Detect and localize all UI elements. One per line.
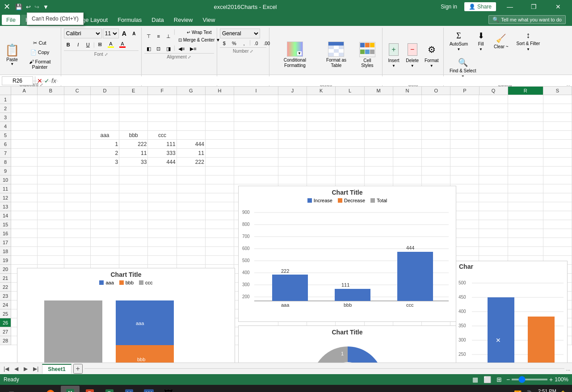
- cell-D19[interactable]: [91, 256, 119, 265]
- menu-review[interactable]: Review: [169, 15, 198, 25]
- align-middle-button[interactable]: ≡: [154, 29, 163, 44]
- cell-J2[interactable]: [278, 104, 307, 113]
- font-size-select[interactable]: 11: [103, 29, 119, 38]
- cell-D10[interactable]: [91, 175, 119, 184]
- cell-F17[interactable]: [148, 238, 177, 247]
- menu-search[interactable]: 🔍 Tell me what you want to do: [488, 15, 566, 24]
- cell-R12[interactable]: [508, 193, 543, 202]
- font-name-select[interactable]: Calibri: [64, 29, 102, 38]
- cell-E16[interactable]: [119, 229, 148, 238]
- row-num-1[interactable]: 1: [0, 95, 11, 104]
- sheet-nav-prev[interactable]: ◀: [13, 365, 20, 373]
- cell-F1[interactable]: [148, 95, 177, 104]
- cell-E18[interactable]: [119, 247, 148, 256]
- cell-E14[interactable]: [119, 211, 148, 220]
- cell-D5[interactable]: aaa: [91, 131, 119, 140]
- cell-D9[interactable]: [91, 167, 119, 175]
- zoom-out-button[interactable]: −: [506, 376, 510, 383]
- menu-formulas[interactable]: Formulas: [113, 15, 146, 25]
- cell-E15[interactable]: [119, 220, 148, 229]
- col-header-H[interactable]: H: [206, 87, 234, 95]
- cell-Q12[interactable]: [479, 193, 508, 202]
- cell-Q2[interactable]: [479, 104, 508, 113]
- cell-K1[interactable]: [307, 95, 336, 104]
- formula-input[interactable]: [58, 76, 570, 85]
- menu-file[interactable]: File: [2, 15, 20, 25]
- font-color-button[interactable]: A: [117, 40, 128, 49]
- cell-B1[interactable]: [38, 95, 64, 104]
- cell-A18[interactable]: [11, 247, 38, 256]
- cell-C2[interactable]: [64, 104, 91, 113]
- col-header-I[interactable]: I: [234, 87, 278, 95]
- cell-H14[interactable]: [206, 211, 234, 220]
- chart4-container[interactable]: Char 500 450 400 350 300 250 200 150: [456, 261, 568, 363]
- cell-J1[interactable]: [278, 95, 307, 104]
- cell-C16[interactable]: [64, 229, 91, 238]
- formula-confirm-icon[interactable]: ✓: [44, 77, 50, 84]
- cell-I2[interactable]: [234, 104, 278, 113]
- cell-E17[interactable]: [119, 238, 148, 247]
- cell-G11[interactable]: [177, 184, 206, 193]
- cell-G17[interactable]: [177, 238, 206, 247]
- col-header-D[interactable]: D: [91, 87, 119, 95]
- cell-Q10[interactable]: [479, 175, 508, 184]
- notification-icon[interactable]: 🔔: [559, 390, 567, 392]
- cell-D6[interactable]: 1: [91, 140, 119, 149]
- cell-styles-button[interactable]: Cell Styles: [355, 40, 379, 70]
- cell-G2[interactable]: [177, 104, 206, 113]
- cell-K2[interactable]: [307, 104, 336, 113]
- cell-A14[interactable]: [11, 211, 38, 220]
- cell-E6[interactable]: 222: [119, 140, 148, 149]
- corner-cell[interactable]: [0, 87, 11, 95]
- cell-B16[interactable]: [38, 229, 64, 238]
- cell-S10[interactable]: [543, 175, 572, 184]
- cell-C11[interactable]: [64, 184, 91, 193]
- col-header-M[interactable]: M: [365, 87, 393, 95]
- taskbar-app-excel[interactable]: X: [61, 386, 80, 392]
- cell-L10[interactable]: [336, 175, 364, 184]
- cell-F19[interactable]: [148, 256, 177, 265]
- cell-S9[interactable]: [543, 167, 572, 175]
- cell-S12[interactable]: [543, 193, 572, 202]
- align-center-button[interactable]: ⊡: [154, 45, 163, 53]
- cell-C9[interactable]: [64, 167, 91, 175]
- col-header-P[interactable]: P: [450, 87, 479, 95]
- cell-F5[interactable]: ccc: [148, 131, 177, 140]
- formula-cancel-icon[interactable]: ✕: [37, 77, 42, 84]
- cell-D2[interactable]: [91, 104, 119, 113]
- cell-A16[interactable]: [11, 229, 38, 238]
- cell-Q11[interactable]: [479, 184, 508, 193]
- border-button[interactable]: ⊞: [96, 40, 105, 49]
- cell-A10[interactable]: [11, 175, 38, 184]
- cell-S11[interactable]: [543, 184, 572, 193]
- cell-B13[interactable]: [38, 202, 64, 211]
- cell-D16[interactable]: [91, 229, 119, 238]
- cell-G7[interactable]: 11: [177, 149, 206, 158]
- cell-G9[interactable]: [177, 167, 206, 175]
- cell-C13[interactable]: [64, 202, 91, 211]
- paste-button[interactable]: 📋 Paste ▼: [4, 29, 21, 81]
- cell-F7[interactable]: 333: [148, 149, 177, 158]
- cell-S17[interactable]: [543, 238, 572, 247]
- col-header-A[interactable]: A: [11, 87, 38, 95]
- taskbar-app-project[interactable]: P: [100, 386, 119, 392]
- col-header-K[interactable]: K: [307, 87, 336, 95]
- autosum-button[interactable]: Σ AutoSum ▼: [446, 29, 471, 54]
- cell-H11[interactable]: [206, 184, 234, 193]
- cell-C18[interactable]: [64, 247, 91, 256]
- cell-H15[interactable]: [206, 220, 234, 229]
- cell-S14[interactable]: [543, 211, 572, 220]
- cell-E13[interactable]: [119, 202, 148, 211]
- cell-D17[interactable]: [91, 238, 119, 247]
- cell-D8[interactable]: 3: [91, 158, 119, 167]
- wrap-text-button[interactable]: ↵ Wrap Text: [176, 29, 223, 36]
- formula-fx-icon[interactable]: fx: [51, 77, 56, 84]
- cell-E19[interactable]: [119, 256, 148, 265]
- view-page-layout-button[interactable]: ⬜: [483, 375, 492, 384]
- cell-D18[interactable]: [91, 247, 119, 256]
- cell-H16[interactable]: [206, 229, 234, 238]
- cell-M10[interactable]: [365, 175, 393, 184]
- taskbar-app-photos[interactable]: 🖼: [159, 386, 178, 392]
- cell-R2[interactable]: [508, 104, 543, 113]
- maximize-button[interactable]: ❐: [524, 0, 544, 13]
